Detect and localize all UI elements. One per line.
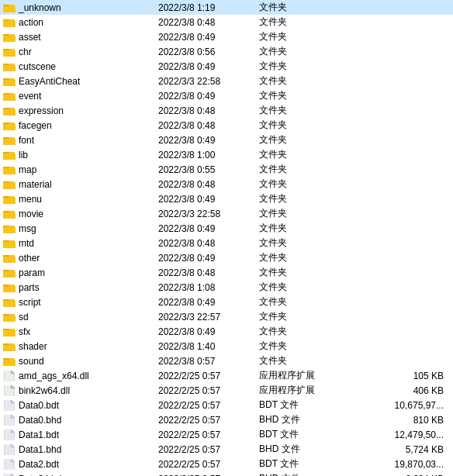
svg-rect-38 — [3, 183, 16, 189]
file-size: 5,724 KB — [337, 444, 450, 455]
file-name-col: expression — [3, 105, 158, 116]
file-name-col: param — [3, 267, 158, 278]
file-date: 2022/3/8 0:49 — [158, 32, 259, 43]
file-name-text: Data0.bhd — [19, 415, 61, 426]
list-item[interactable]: asset2022/3/8 0:49文件夹 — [0, 29, 453, 44]
file-date: 2022/3/8 0:49 — [158, 91, 259, 102]
file-name-text: Data0.bdt — [19, 400, 59, 411]
file-type: 文件夹 — [259, 148, 337, 161]
list-item[interactable]: sd2022/3/3 22:57文件夹 — [0, 309, 453, 324]
file-name-text: asset — [19, 32, 41, 43]
folder-icon — [3, 223, 16, 234]
list-item[interactable]: Data1.bdt2022/2/25 0:57BDT 文件12,479,50..… — [0, 427, 453, 442]
folder-icon — [3, 61, 16, 72]
file-type: BHD 文件 — [259, 413, 337, 426]
list-item[interactable]: mtd2022/3/8 0:48文件夹 — [0, 236, 453, 250]
svg-rect-50 — [3, 242, 16, 248]
file-name-col: menu — [3, 194, 158, 205]
file-type: 文件夹 — [259, 119, 337, 132]
file-size: 6,604 KB — [337, 474, 450, 477]
list-item[interactable]: font2022/3/8 0:49文件夹 — [0, 133, 453, 147]
list-item[interactable]: movie2022/3/3 22:58文件夹 — [0, 206, 453, 221]
file-type: 文件夹 — [259, 236, 337, 250]
list-item[interactable]: Data2.bdt2022/2/25 0:57BDT 文件19,870,03..… — [0, 457, 453, 471]
list-item[interactable]: EasyAntiCheat2022/3/3 22:58文件夹 — [0, 74, 453, 88]
list-item[interactable]: parts2022/3/8 1:08文件夹 — [0, 280, 453, 295]
list-item[interactable]: action2022/3/8 0:48文件夹 — [0, 15, 453, 29]
list-item[interactable]: sound2022/3/8 0:57文件夹 — [0, 354, 453, 368]
folder-icon — [3, 17, 16, 28]
dll-file-icon — [3, 385, 16, 396]
list-item[interactable]: Data2.bhd2022/2/25 0:57BHD 文件6,604 KB — [0, 471, 453, 476]
file-type: BHD 文件 — [259, 472, 337, 476]
list-item[interactable]: Data1.bhd2022/2/25 0:57BHD 文件5,724 KB — [0, 442, 453, 457]
list-item[interactable]: material2022/3/8 0:48文件夹 — [0, 177, 453, 191]
list-item[interactable]: expression2022/3/8 0:48文件夹 — [0, 103, 453, 118]
file-type: 应用程序扩展 — [259, 369, 337, 382]
file-name-col: Data1.bhd — [3, 444, 158, 455]
file-date: 2022/3/8 0:48 — [158, 105, 259, 116]
file-name-col: Data0.bhd — [3, 415, 158, 426]
list-item[interactable]: shader2022/3/8 1:40文件夹 — [0, 339, 453, 354]
list-item[interactable]: event2022/3/8 0:49文件夹 — [0, 88, 453, 103]
file-date: 2022/3/3 22:58 — [158, 209, 259, 219]
file-name-text: shader — [19, 341, 47, 352]
file-name-col: shader — [3, 341, 158, 352]
list-item[interactable]: sfx2022/3/8 0:49文件夹 — [0, 324, 453, 339]
svg-rect-14 — [3, 65, 16, 71]
folder-icon — [3, 135, 16, 146]
list-item[interactable]: param2022/3/8 0:48文件夹 — [0, 265, 453, 280]
file-type: 文件夹 — [259, 104, 337, 117]
list-item[interactable]: menu2022/3/8 0:49文件夹 — [0, 191, 453, 206]
list-item[interactable]: cutscene2022/3/8 0:49文件夹 — [0, 59, 453, 74]
list-item[interactable]: _unknown2022/3/8 1:19文件夹 — [0, 0, 453, 15]
svg-rect-41 — [3, 198, 16, 204]
file-list: _unknown2022/3/8 1:19文件夹 action2022/3/8 … — [0, 0, 453, 476]
list-item[interactable]: lib2022/3/8 1:00文件夹 — [0, 147, 453, 162]
file-size: 105 KB — [337, 371, 450, 381]
list-item[interactable]: chr2022/3/8 0:56文件夹 — [0, 44, 453, 59]
file-name-col: msg — [3, 223, 158, 234]
file-date: 2022/3/8 1:08 — [158, 282, 259, 293]
list-item[interactable]: other2022/3/8 0:49文件夹 — [0, 250, 453, 265]
folder-icon — [3, 179, 16, 190]
list-item[interactable]: bink2w64.dll2022/2/25 0:57应用程序扩展406 KB — [0, 383, 453, 398]
file-name-text: font — [19, 135, 34, 146]
file-type: 文件夹 — [259, 163, 337, 176]
file-name-col: asset — [3, 32, 158, 43]
file-name-text: sound — [19, 356, 44, 367]
list-item[interactable]: Data0.bhd2022/2/25 0:57BHD 文件810 KB — [0, 412, 453, 427]
list-item[interactable]: Data0.bdt2022/2/25 0:57BDT 文件10,675,97..… — [0, 398, 453, 412]
folder-icon — [3, 91, 16, 102]
folder-icon — [3, 297, 16, 308]
list-item[interactable]: facegen2022/3/8 0:48文件夹 — [0, 118, 453, 133]
file-name-text: Data1.bdt — [19, 429, 59, 440]
file-type: 文件夹 — [259, 340, 337, 353]
svg-rect-59 — [3, 286, 16, 292]
svg-rect-11 — [3, 50, 16, 57]
file-name-col: facegen — [3, 120, 158, 131]
file-name-text: parts — [19, 282, 40, 293]
svg-rect-5 — [3, 21, 16, 27]
list-item[interactable]: msg2022/3/8 0:49文件夹 — [0, 221, 453, 236]
folder-icon — [3, 47, 16, 57]
svg-rect-62 — [3, 301, 16, 307]
file-type: 文件夹 — [259, 133, 337, 147]
folder-icon — [3, 209, 16, 219]
file-name-text: map — [19, 164, 36, 175]
svg-rect-74 — [3, 360, 16, 366]
file-type: 文件夹 — [259, 325, 337, 338]
file-date: 2022/3/8 0:49 — [158, 297, 259, 308]
file-date: 2022/2/25 0:57 — [158, 385, 259, 396]
file-name-col: movie — [3, 209, 158, 219]
file-name-text: other — [19, 253, 40, 264]
file-name-text: cutscene — [19, 61, 56, 72]
file-type: 文件夹 — [259, 295, 337, 309]
file-type: 文件夹 — [259, 192, 337, 205]
file-type: 文件夹 — [259, 30, 337, 43]
list-item[interactable]: map2022/3/8 0:55文件夹 — [0, 162, 453, 177]
list-item[interactable]: script2022/3/8 0:49文件夹 — [0, 295, 453, 309]
svg-rect-32 — [3, 153, 16, 160]
list-item[interactable]: amd_ags_x64.dll2022/2/25 0:57应用程序扩展105 K… — [0, 368, 453, 383]
file-name-col: Data2.bhd — [3, 474, 158, 477]
